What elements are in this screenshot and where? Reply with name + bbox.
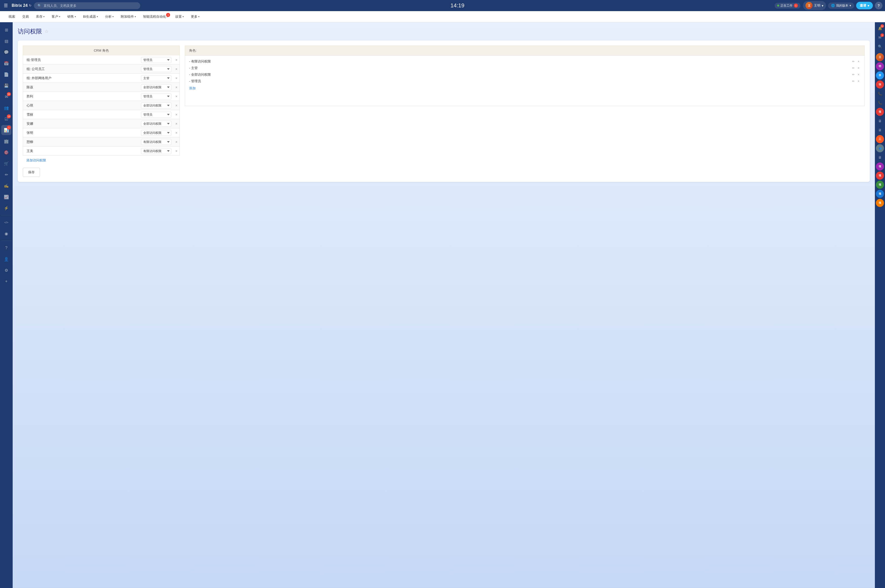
role-select[interactable]: 管理员主管全部访问权限有限访问权限 [141,112,171,118]
screen-icon-3[interactable]: 🖥 [876,153,884,161]
nav-item-clients[interactable]: 客户 ▾ [48,11,64,22]
delete-row-btn[interactable]: × [173,121,179,127]
nav-item-analytics[interactable]: 分析 ▾ [102,11,117,22]
sidebar-settings-icon[interactable]: ⚙ [1,265,11,275]
right-avatar-8[interactable]: 项 [876,171,884,180]
bell-icon[interactable]: 🔔 52 [876,24,884,32]
my-version-btn[interactable]: 🌐 我的版本 ▾ [828,3,854,9]
role-delete-btn[interactable]: × [856,66,861,70]
status-badge[interactable]: 正在工作 1 [775,3,801,9]
nav-item-inventory[interactable]: 库存 ▾ [32,11,48,22]
phone-green-icon-1[interactable]: 📞 [876,90,884,98]
right-avatar-9[interactable]: 项 [876,181,884,189]
delete-row-btn[interactable]: × [173,93,179,99]
sidebar-shop-icon[interactable]: 🛒 [1,158,11,168]
role-edit-btn[interactable]: ✏ [851,66,856,70]
sidebar-grid-icon[interactable]: ⊞ [1,25,11,35]
nav-item-leads[interactable]: 线索 [5,11,19,22]
right-avatar-4[interactable]: 张 [876,81,884,88]
role-delete-btn[interactable]: × [856,79,861,84]
nav-item-sales[interactable]: 销售 ▾ [64,11,80,22]
sidebar-drive-icon[interactable]: 💾 [1,81,11,91]
delete-row-btn[interactable]: × [173,102,179,108]
favorite-star-icon[interactable]: ☆ [45,28,49,34]
help-btn[interactable]: ? [875,2,882,9]
delete-row-btn[interactable]: × [173,66,179,72]
search-input[interactable] [44,4,137,8]
nav-item-automation[interactable]: 智能流程自动化 ▾ 1 [140,11,171,22]
role-select[interactable]: 管理员主管全部访问权限有限访问权限 [141,121,171,127]
sidebar-building-icon[interactable]: 🏢 [1,136,11,146]
phone-red-icon-1[interactable]: 📞 [876,99,884,107]
right-avatar-5[interactable]: 项 [876,108,884,116]
right-avatar-group[interactable]: 👥 [876,144,884,152]
screen-icon-2[interactable]: 🖥 [876,126,884,134]
role-edit-btn[interactable]: ✏ [851,72,856,77]
delete-row-btn[interactable]: × [173,139,179,145]
row-select-container: 管理员主管全部访问权限有限访问权限 [139,129,173,137]
invite-btn[interactable]: 邀请 ▾ [856,2,873,9]
sidebar-document-icon[interactable]: 📄 [1,69,11,80]
right-avatar-7[interactable]: 项 [876,162,884,171]
sidebar-mail-icon[interactable]: ✉ 56 [1,92,11,102]
right-avatar-10[interactable]: 项 [876,190,884,198]
role-select[interactable]: 管理员主管全部访问权限有限访问权限 [141,93,171,99]
role-edit-btn[interactable]: ✏ [851,59,856,64]
sidebar-target-icon[interactable]: 🎯 [1,147,11,158]
sidebar-edit-icon[interactable]: ✏ [1,170,11,180]
screen-icon-1[interactable]: 🖥 [876,117,884,125]
sidebar-circle-icon[interactable]: ◉ [1,228,11,238]
logo-refresh-icon[interactable]: ↻ [29,4,32,8]
sidebar-help-icon[interactable]: ? [1,243,11,253]
delete-row-btn[interactable]: × [173,112,179,118]
delete-row-btn[interactable]: × [173,148,179,154]
delete-row-btn[interactable]: × [173,84,179,90]
sidebar-automation-icon[interactable]: ⚡ [1,203,11,213]
crm-badge: 1 [7,126,11,129]
sidebar-contacts-icon[interactable]: 👥 [1,103,11,113]
nav-item-addons[interactable]: 附加组件 ▾ [117,11,140,22]
sidebar-usermgmt-icon[interactable]: 👤 [1,254,11,264]
role-delete-btn[interactable]: × [856,59,861,64]
role-select[interactable]: 管理员主管全部访问权限有限访问权限 [141,148,171,154]
role-edit-btn[interactable]: ✏ [851,79,856,84]
role-select[interactable]: 管理员主管全部访问权限有限访问权限 [141,102,171,108]
mail-right-icon[interactable]: ✉ 3 [876,33,884,42]
nav-item-deals[interactable]: 交易 [19,11,32,22]
user-avatar-btn[interactable]: 王 王明 ▾ [803,1,826,10]
search-bar[interactable]: 🔍 [34,2,140,9]
sidebar-signature-icon[interactable]: ✍ [1,181,11,191]
delete-row-btn[interactable]: × [173,57,179,63]
add-access-link[interactable]: 添加访问权限 [23,156,50,165]
sidebar-chart-icon[interactable]: ▤ [1,36,11,46]
sidebar-crm-icon[interactable]: 📊 1 [1,125,11,135]
sidebar-calendar-icon[interactable]: 📅 [1,58,11,68]
role-select[interactable]: 管理员主管全部访问权限有限访问权限 [141,84,171,90]
right-avatar-3[interactable]: 李 [876,71,884,80]
role-select[interactable]: 管理员主管全部访问权限有限访问权限 [141,75,171,81]
role-select[interactable]: 管理员主管全部访问权限有限访问权限 [141,130,171,136]
right-avatar-11[interactable]: 项 [876,199,884,207]
role-select[interactable]: 管理员主管全部访问权限有限访问权限 [141,66,171,72]
role-select[interactable]: 管理员主管全部访问权限有限访问权限 [141,139,171,145]
hamburger-icon[interactable]: ☰ [3,2,9,10]
save-button[interactable]: 保存 [23,168,40,177]
nav-item-more[interactable]: 更多 ▾ [187,11,203,22]
sidebar-code-icon[interactable]: </> [1,218,11,228]
search-right-icon[interactable]: 🔍 [876,42,884,51]
sidebar-analytics-icon[interactable]: 📈 [1,192,11,202]
nav-item-settings[interactable]: 设置 ▾ [171,11,187,22]
role-select[interactable]: 管理员主管全部访问权限有限访问权限 [141,57,171,63]
delete-row-btn[interactable]: × [173,130,179,136]
role-delete-btn[interactable]: × [856,72,861,77]
sidebar-tasks-icon[interactable]: ☑ 16 [1,114,11,124]
delete-row-btn[interactable]: × [173,75,179,81]
sidebar-chat-icon[interactable]: 💬 [1,47,11,57]
right-avatar-2[interactable]: 明 [876,62,884,70]
role-add-link[interactable]: 添加 [189,84,196,92]
right-avatar-6[interactable]: 工 [876,135,884,143]
right-avatar-1[interactable]: 王 [876,53,884,61]
sidebar-add-icon[interactable]: + [1,276,11,286]
nav-label-inventory: 库存 [36,14,42,19]
nav-item-bi[interactable]: BI生成器 ▾ [80,11,102,22]
